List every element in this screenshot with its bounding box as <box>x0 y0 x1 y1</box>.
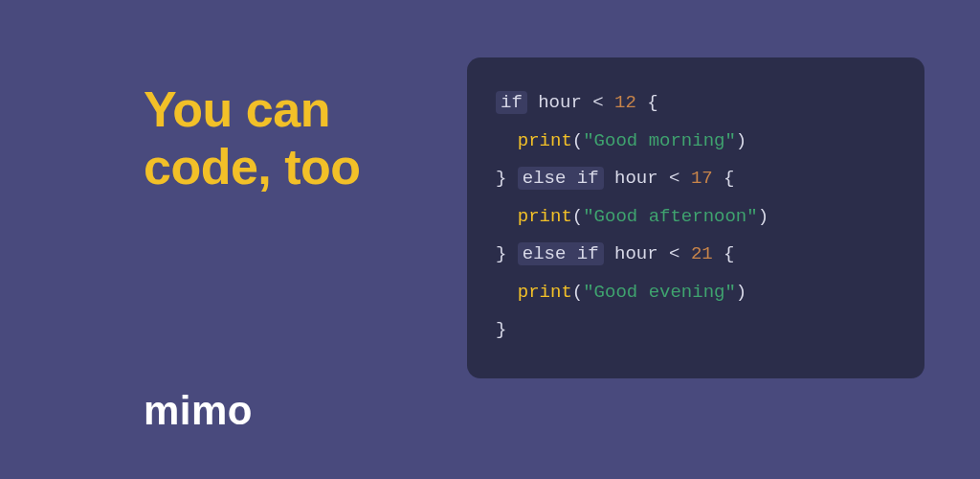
code-line: } else if hour < 21 { <box>496 236 896 274</box>
variable: hour <box>614 243 658 264</box>
brand-logo: mimo <box>144 388 253 434</box>
paren-open: ( <box>572 130 583 151</box>
brace-open: { <box>724 168 734 189</box>
string-literal: "Good morning" <box>583 130 736 151</box>
brace-close: } <box>496 168 506 189</box>
operator: < <box>592 92 603 113</box>
headline: You cancode, too <box>144 81 361 196</box>
code-line: } <box>496 311 896 350</box>
code-line: print("Good morning") <box>496 123 896 161</box>
variable: hour <box>614 168 658 189</box>
brace-open: { <box>647 92 657 113</box>
code-line: print("Good afternoon") <box>496 198 896 237</box>
paren-open: ( <box>572 206 583 227</box>
operator: < <box>669 243 679 264</box>
brace-open: { <box>724 243 734 264</box>
paren-close: ) <box>758 206 768 227</box>
code-line: } else if hour < 17 { <box>496 160 896 198</box>
number-literal: 21 <box>691 243 713 264</box>
brace-close: } <box>496 319 506 340</box>
operator: < <box>669 168 679 189</box>
keyword-else-if: else if <box>518 167 604 190</box>
code-line: if hour < 12 { <box>496 84 896 123</box>
number-literal: 12 <box>614 92 636 113</box>
number-literal: 17 <box>691 168 713 189</box>
brace-close: } <box>496 243 506 264</box>
code-block: if hour < 12 { print("Good morning") } e… <box>467 57 924 378</box>
function-name: print <box>518 130 572 151</box>
keyword-else-if: else if <box>518 242 604 265</box>
paren-close: ) <box>736 130 746 151</box>
function-name: print <box>518 282 572 303</box>
keyword-if: if <box>496 91 527 114</box>
string-literal: "Good afternoon" <box>583 206 757 227</box>
function-name: print <box>518 206 572 227</box>
paren-open: ( <box>572 282 583 303</box>
paren-close: ) <box>736 282 746 303</box>
code-line: print("Good evening") <box>496 274 896 312</box>
variable: hour <box>538 92 582 113</box>
string-literal: "Good evening" <box>583 282 736 303</box>
